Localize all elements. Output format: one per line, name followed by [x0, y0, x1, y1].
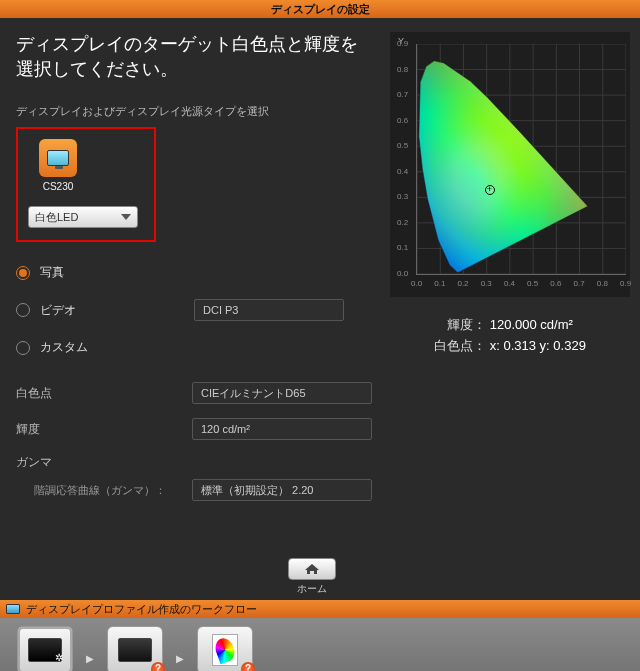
workflow-step-display-settings[interactable]: ディスプレイの設定 [8, 626, 82, 672]
backlight-dropdown[interactable]: 白色LED [28, 206, 138, 228]
tone-curve-label: 階調応答曲線（ガンマ）： [16, 483, 192, 498]
window-title: ディスプレイの設定 [0, 0, 640, 18]
display-chip[interactable]: CS230 [28, 139, 88, 192]
page-heading: ディスプレイのターゲット白色点と輝度を選択してください。 [16, 32, 372, 82]
monitor-icon [39, 139, 77, 177]
home-button[interactable] [288, 558, 336, 580]
monitor-adjust-icon [28, 638, 62, 662]
svg-marker-21 [419, 61, 588, 273]
home-icon [303, 562, 321, 576]
radio-icon [16, 303, 30, 317]
white-point-marker [485, 185, 495, 195]
arrow-icon: ▶ [86, 653, 94, 664]
help-badge-icon[interactable]: ? [151, 662, 165, 672]
mode-label: カスタム [40, 339, 88, 356]
mode-photo-row[interactable]: 写真 [16, 264, 372, 281]
workflow-header: ディスプレイプロファイル作成のワークフロー [0, 600, 640, 618]
arrow-icon: ▶ [176, 653, 184, 664]
icc-profile-icon [212, 634, 238, 666]
home-label: ホーム [297, 582, 327, 596]
chromaticity-chart: Y 0.00.10.20.30.40.50.60.70.80.90.00.10.… [390, 32, 630, 297]
mode-label: 写真 [40, 264, 64, 281]
lightsource-label: ディスプレイおよびディスプレイ光源タイプを選択 [16, 104, 372, 119]
workflow-step-measure[interactable]: ? 測定 [98, 626, 172, 672]
gamma-label: ガンマ [16, 454, 192, 471]
chevron-down-icon [121, 214, 131, 220]
display-name: CS230 [43, 181, 74, 192]
display-selection-panel: CS230 白色LED [16, 127, 156, 242]
workflow-step-icc[interactable]: ? ICC プロファイル [188, 626, 262, 672]
workflow-bar: ディスプレイの設定 ▶ ? 測定 ▶ ? ICC プロファイル [0, 618, 640, 671]
backlight-value: 白色LED [35, 210, 78, 225]
radio-icon [16, 266, 30, 280]
white-point-label: 白色点 [16, 385, 192, 402]
mode-video-row[interactable]: ビデオ DCI P3 [16, 299, 372, 321]
mode-custom-row[interactable]: カスタム [16, 339, 372, 356]
video-preset-field[interactable]: DCI P3 [194, 299, 344, 321]
tone-curve-field[interactable]: 標準（初期設定） 2.20 [192, 479, 372, 501]
white-point-field[interactable]: CIEイルミナントD65 [192, 382, 372, 404]
monitor-icon [6, 604, 20, 614]
brightness-field[interactable]: 120 cd/m² [192, 418, 372, 440]
mode-label: ビデオ [40, 302, 96, 319]
radio-icon [16, 341, 30, 355]
target-readout: 輝度： 120.000 cd/m² 白色点： x: 0.313 y: 0.329 [390, 315, 630, 357]
help-badge-icon[interactable]: ? [241, 662, 255, 672]
monitor-measure-icon [118, 638, 152, 662]
brightness-label: 輝度 [16, 421, 192, 438]
